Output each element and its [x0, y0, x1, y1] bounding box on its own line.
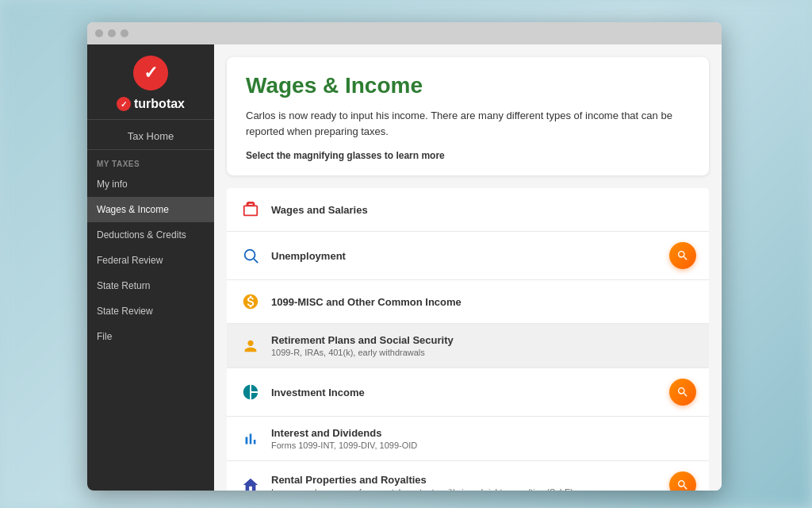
- income-list: Wages and Salaries Unemployment: [227, 188, 709, 491]
- investment-magnify-button[interactable]: [669, 379, 696, 406]
- unemployment-text: Unemployment: [271, 250, 669, 262]
- browser-dot-2: [108, 29, 116, 37]
- page-title: Wages & Income: [246, 73, 690, 98]
- sidebar-item-file[interactable]: File: [87, 324, 214, 349]
- svg-point-0: [245, 250, 255, 260]
- income-item-investment[interactable]: Investment Income: [227, 368, 709, 417]
- retirement-text: Retirement Plans and Social Security 109…: [271, 334, 696, 357]
- turbotax-icon: ✓: [117, 97, 131, 111]
- income-item-interest-dividends[interactable]: Interest and Dividends Forms 1099-INT, 1…: [227, 417, 709, 461]
- retirement-subtitle: 1099-R, IRAs, 401(k), early withdrawals: [271, 348, 696, 357]
- browser-content: ✓ ✓ turbotax Tax Home MY TAXES My info W…: [87, 44, 722, 491]
- 1099misc-title: 1099-MISC and Other Common Income: [271, 296, 696, 308]
- 1099misc-text: 1099-MISC and Other Common Income: [271, 296, 696, 308]
- investment-icon: [239, 381, 262, 403]
- hint-text: Select the magnifying glasses to learn m…: [246, 150, 690, 161]
- sidebar-item-federal-review[interactable]: Federal Review: [87, 248, 214, 273]
- investment-text: Investment Income: [271, 387, 669, 398]
- sidebar-item-tax-home[interactable]: Tax Home: [87, 123, 214, 150]
- unemployment-magnify-button[interactable]: [669, 242, 696, 269]
- interest-dividends-text: Interest and Dividends Forms 1099-INT, 1…: [271, 427, 696, 450]
- rental-icon: [239, 474, 262, 491]
- interest-dividends-subtitle: Forms 1099-INT, 1099-DIV, 1099-OID: [271, 441, 696, 450]
- header-card: Wages & Income Carlos is now ready to in…: [227, 57, 709, 175]
- main-content: Wages & Income Carlos is now ready to in…: [214, 44, 722, 491]
- rental-title: Rental Properties and Royalties: [271, 474, 669, 486]
- browser-window: ✓ ✓ turbotax Tax Home MY TAXES My info W…: [87, 22, 722, 491]
- sidebar-item-state-review[interactable]: State Review: [87, 298, 214, 324]
- sidebar-item-deductions-credits[interactable]: Deductions & Credits: [87, 222, 214, 248]
- income-item-1099misc[interactable]: 1099-MISC and Other Common Income: [227, 280, 709, 324]
- turbotax-name: turbotax: [134, 97, 185, 111]
- sidebar-item-wages-income[interactable]: Wages & Income: [87, 197, 214, 222]
- income-item-retirement[interactable]: Retirement Plans and Social Security 109…: [227, 324, 709, 368]
- sidebar-logo-area: ✓ ✓ turbotax: [87, 44, 214, 120]
- page-description: Carlos is now ready to input his income.…: [246, 108, 690, 139]
- rental-text: Rental Properties and Royalties Income a…: [271, 474, 669, 491]
- sidebar: ✓ ✓ turbotax Tax Home MY TAXES My info W…: [87, 44, 214, 491]
- sidebar-item-my-info[interactable]: My info: [87, 171, 214, 197]
- checkmark-icon: ✓: [133, 56, 168, 90]
- sidebar-section-label: MY TAXES: [87, 152, 214, 171]
- investment-title: Investment Income: [271, 387, 669, 398]
- briefcase-icon: [239, 198, 262, 221]
- browser-titlebar: [87, 22, 722, 44]
- unemployment-icon: [239, 244, 262, 267]
- moneybag-icon: [239, 291, 262, 313]
- sidebar-nav: Tax Home MY TAXES My info Wages & Income…: [87, 120, 214, 491]
- turbotax-logo: ✓ turbotax: [117, 97, 185, 111]
- wages-salaries-title: Wages and Salaries: [271, 204, 696, 216]
- browser-dot-3: [121, 29, 128, 37]
- sidebar-item-state-return[interactable]: State Return: [87, 273, 214, 298]
- browser-dot-1: [95, 29, 103, 37]
- rental-magnify-button[interactable]: [669, 471, 696, 491]
- income-item-unemployment[interactable]: Unemployment: [227, 232, 709, 280]
- retirement-title: Retirement Plans and Social Security: [271, 334, 696, 346]
- income-item-wages-salaries[interactable]: Wages and Salaries: [227, 188, 709, 232]
- income-item-rental[interactable]: Rental Properties and Royalties Income a…: [227, 461, 709, 491]
- wages-salaries-text: Wages and Salaries: [271, 204, 696, 216]
- interest-dividends-title: Interest and Dividends: [271, 427, 696, 439]
- unemployment-title: Unemployment: [271, 250, 669, 262]
- svg-line-1: [254, 259, 258, 263]
- interest-icon: [239, 428, 262, 450]
- rental-subtitle: Income and expenses from rentals, patent…: [271, 487, 669, 491]
- retirement-icon: [239, 335, 262, 357]
